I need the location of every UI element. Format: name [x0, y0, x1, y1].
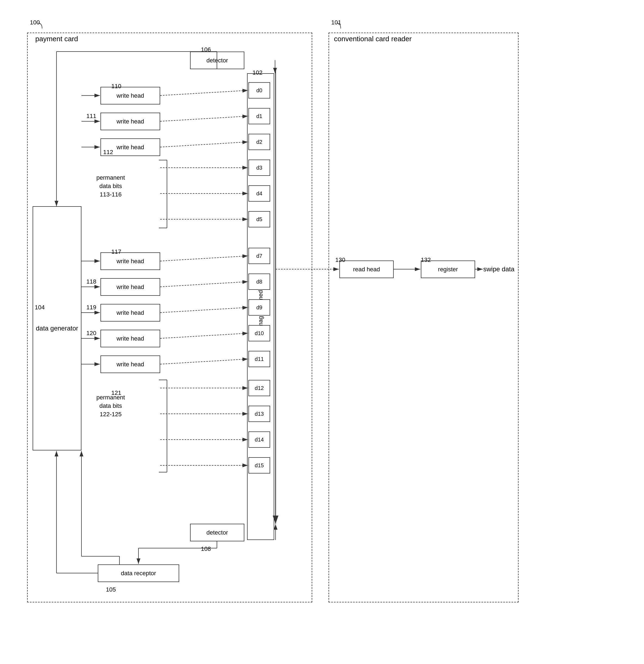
- write-head-7-label: write head: [117, 335, 144, 342]
- ref-106: 106: [201, 46, 211, 53]
- data-bit-d13: d13: [248, 406, 270, 422]
- ref-100: 100: [30, 19, 40, 26]
- permanent-data-bottom-label: permanentdata bits122-125: [96, 394, 125, 418]
- ref-121: 121: [111, 389, 121, 396]
- data-bit-d5: d5: [248, 211, 270, 227]
- write-head-1-label: write head: [117, 92, 144, 99]
- permanent-data-top-label: permanentdata bits113-116: [96, 174, 125, 198]
- write-head-4: write head: [100, 252, 160, 270]
- write-head-5: write head: [100, 278, 160, 296]
- ref-112: 112: [103, 149, 113, 156]
- write-head-1: write head: [100, 87, 160, 104]
- write-head-6: write head: [100, 304, 160, 321]
- data-bit-d3: d3: [248, 160, 270, 176]
- data-receptor-label: data receptor: [121, 570, 156, 577]
- data-bit-d14: d14: [248, 432, 270, 448]
- register-label: register: [438, 266, 458, 273]
- data-bit-d8: d8: [248, 273, 270, 290]
- write-head-6-label: write head: [117, 309, 144, 316]
- data-bit-d15: d15: [248, 457, 270, 474]
- ref-119: 119: [86, 304, 96, 311]
- data-bit-d1: d1: [248, 108, 270, 124]
- diagram-container: 100 payment card 101 conventional card r…: [16, 16, 627, 654]
- permanent-data-top: permanentdata bits113-116: [96, 174, 125, 199]
- detector-bottom-label: detector: [206, 529, 228, 536]
- ref-104: 104: [35, 304, 45, 311]
- detector-top-box: detector: [190, 51, 244, 69]
- ref-130: 130: [335, 256, 345, 264]
- ref-105: 105: [106, 586, 116, 593]
- ref-118: 118: [86, 278, 96, 285]
- data-bit-d11: d11: [248, 351, 270, 367]
- data-bit-d0: d0: [248, 82, 270, 99]
- write-head-3-label: write head: [117, 144, 144, 151]
- data-generator-box: data generator: [33, 206, 81, 451]
- ref-117: 117: [111, 248, 121, 255]
- data-bit-d9: d9: [248, 299, 270, 316]
- ref-132: 132: [421, 256, 431, 264]
- write-head-2-label: write head: [117, 118, 144, 125]
- data-bit-d2: d2: [248, 134, 270, 150]
- swipe-data-label: swipe data: [483, 265, 515, 273]
- permanent-data-bottom: permanentdata bits122-125: [96, 393, 125, 418]
- write-head-2: write head: [100, 112, 160, 130]
- ref-120: 120: [86, 330, 96, 337]
- data-receptor-box: data receptor: [98, 564, 179, 582]
- write-head-8: write head: [100, 355, 160, 373]
- write-head-7: write head: [100, 330, 160, 347]
- card-reader-box: [328, 33, 519, 602]
- read-head-label: read head: [353, 266, 380, 273]
- ref-101: 101: [331, 19, 341, 26]
- data-bit-d12: d12: [248, 380, 270, 396]
- ref-102: 102: [253, 69, 263, 76]
- payment-card-label: payment card: [35, 35, 78, 43]
- data-bit-d7: d7: [248, 248, 270, 264]
- ref-108: 108: [201, 545, 211, 553]
- data-generator-label: data generator: [36, 324, 78, 333]
- write-head-4-label: write head: [117, 258, 144, 265]
- card-reader-label: conventional card reader: [334, 35, 411, 43]
- ref-110: 110: [111, 83, 121, 90]
- detector-top-label: detector: [206, 57, 228, 64]
- detector-bottom-box: detector: [190, 524, 244, 541]
- data-bit-d4: d4: [248, 185, 270, 202]
- data-bit-d10: d10: [248, 325, 270, 341]
- write-head-5-label: write head: [117, 284, 144, 291]
- write-head-8-label: write head: [117, 361, 144, 368]
- ref-111: 111: [86, 112, 96, 120]
- read-head-box: read head: [339, 261, 394, 278]
